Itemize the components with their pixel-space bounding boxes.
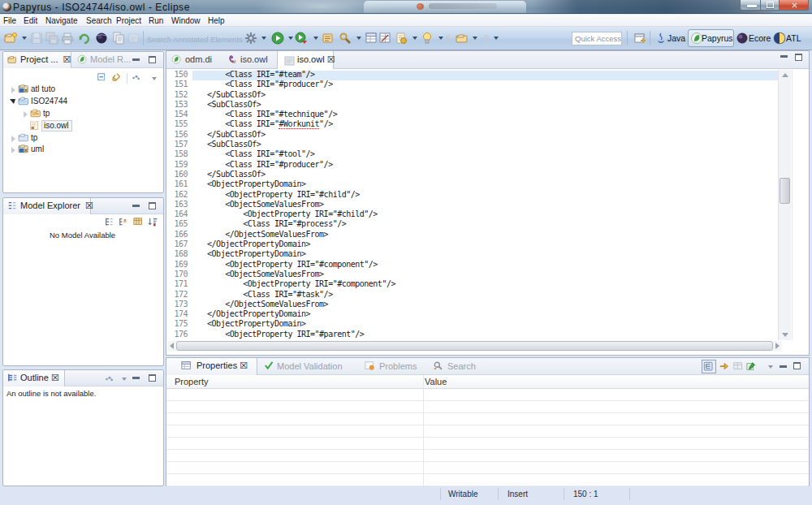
svg-text:8: 8	[123, 218, 127, 223]
svg-text:M: M	[232, 59, 235, 64]
